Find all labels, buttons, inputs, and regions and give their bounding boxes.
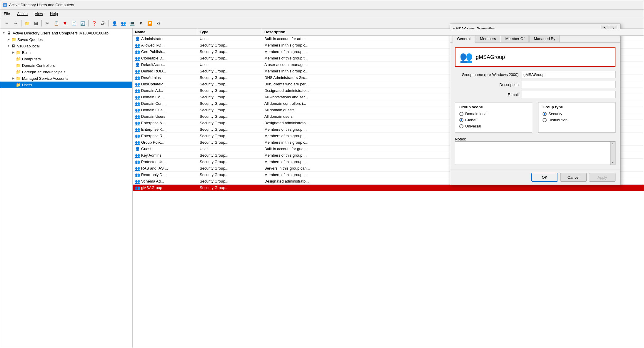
tree-v100lab[interactable]: ▼ 🖥 v100lab.local [0, 43, 132, 49]
description-label: Description: [455, 82, 520, 87]
toolbar-refresh2-btn[interactable]: ♻ [154, 19, 163, 27]
tree-builtin[interactable]: ▶ 📁 Builtin [0, 49, 132, 56]
pre2000-field[interactable] [522, 71, 615, 78]
menu-view[interactable]: View [34, 11, 44, 16]
col-header-type[interactable]: Type [197, 29, 262, 35]
root-expand-icon: ▼ [1, 31, 6, 35]
ok-button[interactable]: OK [531, 173, 558, 182]
users-label: Users [22, 83, 32, 87]
radio-universal[interactable] [459, 124, 463, 128]
radio-distribution[interactable] [543, 118, 547, 122]
menu-action[interactable]: Action [16, 11, 29, 16]
dc-label: Domain Controllers [22, 63, 55, 68]
scope-universal-label: Universal [465, 124, 481, 128]
row-icon: 👥 [135, 121, 140, 125]
tree-domain-controllers[interactable]: 📁 Domain Controllers [0, 62, 132, 69]
toolbar-properties-btn[interactable]: 📄 [70, 19, 78, 27]
tree-foreign-security[interactable]: 📁 ForeignSecurityPrincipals [0, 69, 132, 75]
row-icon: 👥 [135, 69, 140, 74]
list-cell-name: 👥Group Polic... [133, 139, 197, 145]
toolbar-view-btn[interactable]: ▦ [32, 19, 40, 27]
notes-section: Notes: ▲ ▼ [455, 136, 615, 165]
fsp-expand [11, 69, 16, 74]
list-cell-name: 👥Denied ROD... [133, 68, 197, 74]
users-icon: 📁 [16, 82, 21, 87]
toolbar-folder-btn[interactable]: 📁 [23, 19, 31, 27]
list-cell-type: User [197, 36, 262, 42]
dialog-content: 👥 Group name (pre-Windows 2000): Descrip… [450, 43, 620, 170]
list-cell-name: 👥Cert Publish... [133, 49, 197, 55]
toolbar-filter2-btn[interactable]: 🔽 [146, 19, 154, 27]
type-security: Security [543, 112, 611, 116]
title-bar: 🖥 Active Directory Users and Computers [0, 0, 644, 10]
dialog-buttons: OK Cancel Apply [450, 170, 620, 185]
list-cell-type: Security Group... [197, 185, 262, 191]
list-row[interactable]: 👥gMSAGroupSecurity Group... [133, 185, 644, 191]
radio-global[interactable] [459, 118, 463, 122]
list-cell-type: Security Group... [197, 139, 262, 145]
cancel-button[interactable]: Cancel [560, 173, 587, 182]
email-field[interactable] [522, 91, 615, 98]
notes-textarea[interactable] [455, 141, 610, 165]
list-cell-type: Security Group... [197, 120, 262, 126]
tab-general[interactable]: General [453, 35, 475, 43]
description-row: Description: [455, 81, 615, 88]
list-cell-type: Security Group... [197, 68, 262, 74]
toolbar-forward-btn[interactable]: → [11, 19, 20, 27]
radio-security[interactable] [543, 112, 547, 116]
toolbar-computer-btn[interactable]: 💻 [128, 19, 136, 27]
list-cell-name: 👤Administrator [133, 36, 197, 42]
apply-button[interactable]: Apply [589, 173, 615, 182]
tree-computers[interactable]: 📁 Computers [0, 56, 132, 62]
row-icon: 👥 [135, 88, 140, 93]
saved-queries-label: Saved Queries [17, 37, 43, 42]
menu-file[interactable]: File [3, 11, 11, 16]
toolbar-delete-btn[interactable]: ✖ [61, 19, 69, 27]
list-cell-name: 👥RAS and IAS ... [133, 165, 197, 171]
tree-root[interactable]: ▼ 🖥 Active Directory Users and Computers… [0, 30, 132, 36]
list-cell-desc [262, 185, 644, 191]
tab-members[interactable]: Members [476, 35, 500, 42]
tab-managed-by[interactable]: Managed By [529, 35, 560, 42]
row-icon: 👥 [135, 166, 140, 171]
tree-users[interactable]: 📁 Users [0, 82, 132, 88]
toolbar-newwindow-btn[interactable]: 🗗 [99, 19, 107, 27]
tree-saved-queries[interactable]: ▶ 📁 Saved Queries [0, 36, 132, 43]
list-cell-name: 👥DnsAdmins [133, 74, 197, 81]
toolbar-copy-btn[interactable]: 📋 [52, 19, 60, 27]
app-icon: 🖥 [3, 3, 7, 7]
users-expand [11, 82, 16, 87]
group-name-field[interactable] [476, 54, 611, 60]
list-cell-type: Security Group... [197, 42, 262, 48]
tree-managed-service[interactable]: ▶ 📁 Managed Service Accounts [0, 75, 132, 82]
tab-member-of[interactable]: Member Of [501, 35, 529, 42]
group-name-display: 👥 [455, 47, 615, 67]
toolbar-group-btn[interactable]: 👥 [119, 19, 127, 27]
list-cell-type: Security Group... [197, 172, 262, 178]
row-icon: 👥 [135, 95, 140, 100]
row-icon: 👥 [135, 43, 140, 48]
list-cell-type: Security Group... [197, 87, 262, 94]
notes-label: Notes: [455, 137, 615, 141]
row-icon: 👤 [135, 37, 140, 41]
list-cell-name: 👥Enterprise A... [133, 120, 197, 126]
toolbar-cut-btn[interactable]: ✂ [43, 19, 51, 27]
toolbar-user-btn[interactable]: 👤 [110, 19, 119, 27]
description-field[interactable] [522, 81, 615, 88]
radio-domain-local[interactable] [459, 112, 463, 116]
menu-bar: File Action View Help [0, 10, 644, 18]
col-header-desc[interactable]: Description [262, 29, 644, 35]
root-label: Active Directory Users and Computers [V1… [13, 31, 109, 35]
builtin-icon: 📁 [16, 50, 21, 55]
root-icon: 🖥 [6, 30, 11, 36]
menu-help[interactable]: Help [49, 11, 59, 16]
col-header-name[interactable]: Name [133, 29, 197, 35]
toolbar-filter-btn[interactable]: ▼ [137, 19, 145, 27]
v100lab-label: v100lab.local [17, 44, 40, 48]
list-cell-name: 👥Schema Ad... [133, 178, 197, 184]
row-icon: 👥 [135, 185, 140, 190]
row-icon: 👥 [135, 173, 140, 177]
toolbar-help-btn[interactable]: ❓ [90, 19, 98, 27]
toolbar-refresh-btn[interactable]: 🔄 [79, 19, 87, 27]
toolbar-back-btn[interactable]: ← [3, 19, 11, 27]
